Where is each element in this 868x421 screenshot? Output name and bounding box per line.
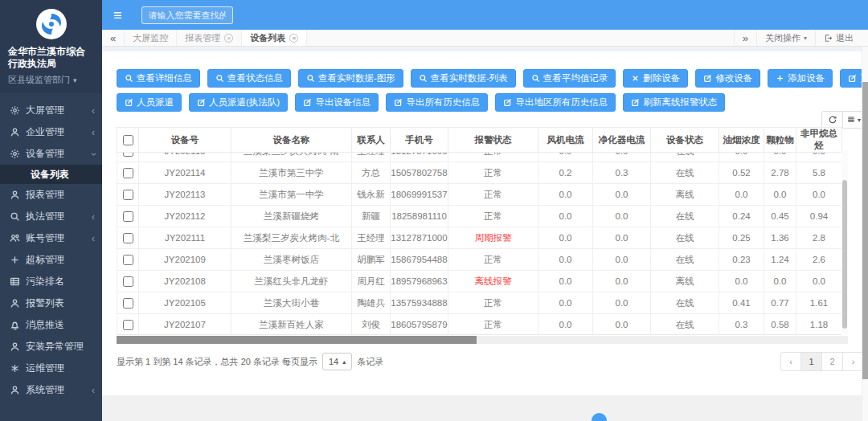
- row-checkbox[interactable]: [123, 168, 133, 178]
- column-header-phone[interactable]: 手机号: [391, 128, 448, 153]
- hamburger-menu-icon[interactable]: ≡: [113, 8, 122, 22]
- tabs-forward-right-icon[interactable]: »: [734, 30, 756, 46]
- department-selector[interactable]: 区县级监管部门▾: [8, 74, 94, 86]
- toolbar-button[interactable]: 查看详细信息: [117, 69, 200, 88]
- cell-phone: 15057802758: [391, 162, 448, 184]
- row-checkbox[interactable]: [123, 298, 133, 309]
- cell-device-name: 兰溪新疆烧烤: [231, 206, 352, 227]
- horizontal-scrollbar-thumb[interactable]: [117, 336, 477, 344]
- toolbar-button[interactable]: 人员派遣: [117, 93, 182, 112]
- cell-device-name: 兰溪枣树饭店: [231, 249, 352, 271]
- column-header-name[interactable]: 设备名称: [231, 128, 352, 153]
- sidebar-item[interactable]: 大屏管理‹: [0, 100, 102, 121]
- tab-close-icon[interactable]: ×: [224, 34, 233, 43]
- cell-phone: 13575934888: [391, 292, 448, 314]
- cell-phone: 18258981110: [391, 206, 448, 227]
- table-row[interactable]: JY202107 兰溪新百姓人家 刘俊 18605795879 正常 0.0 0…: [117, 314, 842, 336]
- cell-alarm-status: 正常: [448, 314, 538, 336]
- tab[interactable]: 大屏监控: [125, 30, 177, 46]
- sidebar-item[interactable]: 报警列表: [0, 292, 102, 314]
- cell-contact: 方总: [352, 162, 391, 184]
- tab[interactable]: 设备列表 ×: [242, 30, 307, 46]
- toolbar-button[interactable]: 查看平均值记录: [523, 69, 616, 88]
- user-icon: [10, 127, 20, 137]
- cell-device-status: 在线: [651, 162, 719, 184]
- cell-device-no: JY202108: [139, 271, 231, 292]
- toolbar-button[interactable]: 查看状态信息: [207, 69, 291, 88]
- row-checkbox[interactable]: [123, 153, 133, 157]
- select-all-checkbox[interactable]: [123, 135, 133, 145]
- toolbar-button[interactable]: 人员派遣(执法队): [189, 93, 288, 112]
- table-vertical-scrollbar-thumb[interactable]: [842, 180, 847, 329]
- page-button[interactable]: ‹: [780, 352, 801, 371]
- cell-pm: 1.36: [764, 227, 796, 249]
- sidebar-item[interactable]: 运维管理: [0, 358, 102, 379]
- column-header-alarm[interactable]: 报警状态: [448, 128, 538, 153]
- search-input[interactable]: [141, 6, 233, 24]
- column-header-oil[interactable]: 油烟浓度: [719, 128, 764, 153]
- table-row[interactable]: JY202111 兰溪梨三岁炭火烤肉-北 王经理 13127871000 周期报…: [117, 227, 842, 249]
- chevron-left-icon: ‹: [92, 386, 95, 395]
- column-header-status[interactable]: 设备状态: [651, 128, 719, 153]
- row-checkbox[interactable]: [123, 276, 133, 287]
- sidebar-item[interactable]: 安装异常管理: [0, 336, 102, 358]
- cell-alarm-status: 周期报警: [448, 227, 538, 249]
- sidebar-item[interactable]: 消息推送: [0, 314, 102, 336]
- toolbar-button[interactable]: 查看实时数据-图形: [298, 69, 403, 88]
- column-header-nmhc[interactable]: 非甲烷总烃: [796, 128, 842, 153]
- sidebar-item[interactable]: 污染排名: [0, 271, 102, 292]
- toolbar-button[interactable]: 删除设备: [623, 69, 688, 88]
- sidebar-item[interactable]: 超标管理: [0, 249, 102, 271]
- sidebar-item[interactable]: 设备管理‹: [0, 143, 102, 165]
- sidebar-item[interactable]: 企业管理‹: [0, 121, 102, 143]
- cell-purifier-current: 0.0: [593, 292, 651, 314]
- close-operations-dropdown[interactable]: 关闭操作▾: [756, 30, 815, 46]
- tab[interactable]: 报表管理 ×: [177, 30, 242, 46]
- column-header-pm[interactable]: 颗粒物: [764, 128, 796, 153]
- sidebar-subitem[interactable]: 设备列表: [0, 165, 102, 184]
- refresh-button[interactable]: [821, 111, 843, 129]
- row-checkbox[interactable]: [123, 233, 133, 243]
- column-header-no[interactable]: 设备号: [139, 128, 231, 153]
- page-button[interactable]: 2: [822, 352, 843, 371]
- plus-icon: [776, 74, 784, 83]
- tabs-collapse-left-icon[interactable]: «: [102, 30, 125, 46]
- column-header-fan[interactable]: 风机电流: [538, 128, 593, 153]
- select-all-header: [117, 128, 139, 153]
- sidebar-item-label: 消息推送: [26, 318, 64, 332]
- column-header-contact[interactable]: 联系人: [352, 128, 391, 153]
- toolbar-button[interactable]: 导出地区所有历史信息: [495, 93, 616, 112]
- page-scrollbar-thumb[interactable]: [862, 82, 868, 379]
- logout-button[interactable]: 退出: [815, 30, 862, 46]
- chevron-down-icon: ‹: [88, 153, 98, 156]
- sidebar-item[interactable]: 系统管理‹: [0, 379, 102, 401]
- cell-phone: 18605795879: [391, 314, 448, 336]
- sidebar-item[interactable]: 账号管理‹: [0, 227, 102, 249]
- toolbar-button[interactable]: 修改设备: [695, 69, 760, 88]
- toolbar-button[interactable]: 查看实时数据-列表: [411, 69, 516, 88]
- table-row[interactable]: JY202114 兰溪市第三中学 方总 15057802758 正常 0.2 0…: [117, 162, 842, 184]
- row-checkbox[interactable]: [123, 255, 133, 265]
- cell-alarm-status: 正常: [448, 162, 538, 184]
- table-row[interactable]: JY202109 兰溪枣树饭店 胡鹏军 15867954488 正常 0.0 0…: [117, 249, 842, 271]
- toolbar-button[interactable]: 刷新离线报警状态: [623, 93, 725, 112]
- toolbar-button[interactable]: 导出设备信息: [295, 93, 379, 112]
- toolbar-button[interactable]: 添加设备: [768, 69, 833, 88]
- column-header-purifier[interactable]: 净化器电流: [593, 128, 651, 153]
- sidebar-item[interactable]: 执法管理‹: [0, 206, 102, 227]
- page-size-dropdown[interactable]: 14▴: [322, 353, 352, 370]
- sidebar-item[interactable]: 报表管理: [0, 184, 102, 206]
- table-row[interactable]: JY202112 兰溪新疆烧烤 新疆 18258981110 正常 0.0 0.…: [117, 206, 842, 227]
- cell-phone: 15867954488: [391, 249, 448, 271]
- tab-close-icon[interactable]: ×: [289, 34, 298, 43]
- table-row[interactable]: JY202108 兰溪红头非凡龙虾 周月红 18957968963 离线报警 0…: [117, 271, 842, 292]
- row-checkbox[interactable]: [123, 320, 133, 330]
- row-checkbox[interactable]: [123, 190, 133, 200]
- row-checkbox[interactable]: [123, 211, 133, 222]
- toolbar-button[interactable]: 导出所有历史信息: [386, 93, 488, 112]
- table-row[interactable]: JY202105 兰溪大街小巷 陶雄兵 13575934888 正常 0.0 0…: [117, 292, 842, 314]
- page-button[interactable]: 1: [801, 352, 822, 371]
- cell-contact: 刘俊: [352, 314, 391, 336]
- table-row[interactable]: JY202115 兰溪梨三岁炭火烤肉-南 王经理 13127871000 正常 …: [117, 153, 842, 162]
- table-row[interactable]: JY202113 兰溪市第一中学 钱永新 18069991537 正常 0.0 …: [117, 184, 842, 206]
